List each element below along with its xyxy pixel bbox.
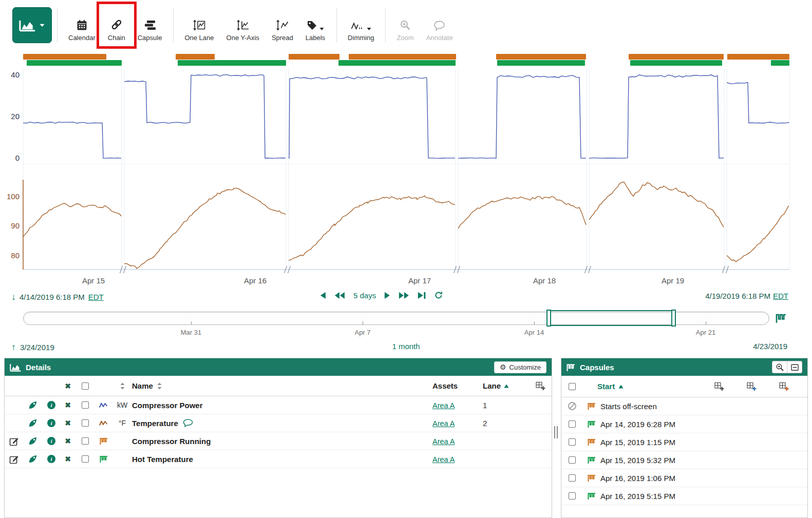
column-assets[interactable]: Assets: [432, 381, 475, 390]
display-range-start-timezone[interactable]: EDT: [88, 293, 104, 301]
capsule-row[interactable]: Apr 14, 2019 6:28 PM: [561, 415, 807, 433]
capsule-row[interactable]: Apr 15, 2019 1:15 PM: [561, 433, 807, 451]
capsule-checkbox[interactable]: [569, 420, 576, 428]
item-name[interactable]: Hot Temperature: [132, 455, 432, 464]
remove-icon[interactable]: ✖: [60, 401, 75, 409]
rewind-icon[interactable]: [334, 292, 345, 299]
capsule-row[interactable]: Apr 16, 2019 5:15 PM: [561, 487, 807, 505]
fast-forward-icon[interactable]: [399, 292, 409, 299]
capsules-title: Capsules: [580, 363, 614, 372]
asset-link[interactable]: Area A: [432, 455, 455, 464]
svg-text:20: 20: [11, 112, 20, 121]
toolbar-button-chain[interactable]: Chain: [102, 8, 131, 42]
toolbar-button-annotate[interactable]: Annotate: [420, 8, 459, 42]
toolbar-button-dimming[interactable]: Dimming: [342, 8, 380, 42]
details-row[interactable]: i✖Compressor RunningArea A: [5, 432, 552, 450]
toolbar-button-one-y-axis[interactable]: One Y-Axis: [220, 8, 266, 42]
capsule-checkbox[interactable]: [569, 492, 576, 500]
select-all-capsules-checkbox[interactable]: [569, 383, 576, 390]
toolbar-button-capsule[interactable]: Capsule: [131, 8, 168, 42]
signal-icon: [95, 401, 112, 409]
remove-all-icon[interactable]: ✖: [65, 382, 71, 390]
edit-icon[interactable]: [9, 454, 19, 464]
toolbar-button-calendar[interactable]: Calendar: [62, 8, 102, 42]
info-icon[interactable]: i: [43, 419, 60, 427]
toolbar-button-one-lane[interactable]: One Lane: [178, 8, 220, 42]
labels-icon: [307, 17, 324, 31]
details-row[interactable]: i✖°FTemperatureArea A2: [5, 414, 552, 432]
row-checkbox[interactable]: [82, 419, 89, 427]
selection-left-handle[interactable]: [546, 310, 551, 327]
capsule-checkbox[interactable]: [569, 474, 576, 482]
comment-icon[interactable]: [183, 419, 193, 427]
sort-icon[interactable]: [112, 382, 132, 390]
capsule-time-icon[interactable]: [776, 313, 786, 323]
asset-link[interactable]: Area A: [432, 401, 455, 410]
details-row[interactable]: i✖kWCompressor PowerArea A1: [5, 396, 552, 414]
remove-icon[interactable]: ✖: [60, 419, 75, 427]
column-name[interactable]: Name: [132, 381, 153, 390]
annotate-icon: [433, 17, 445, 31]
info-icon[interactable]: i: [43, 437, 60, 445]
add-column-icon[interactable]: [521, 381, 552, 391]
toolbar-button-spread[interactable]: Spread: [266, 8, 299, 42]
remove-icon[interactable]: ✖: [60, 455, 75, 463]
svg-text:Apr 16: Apr 16: [244, 276, 267, 285]
display-range-end-timezone[interactable]: EDT: [773, 292, 788, 300]
info-icon[interactable]: i: [43, 401, 60, 409]
investigate-rocket-icon[interactable]: [23, 418, 43, 428]
investigate-rocket-icon[interactable]: [23, 436, 43, 446]
row-checkbox[interactable]: [82, 437, 89, 445]
investigate-rocket-icon[interactable]: [23, 400, 43, 410]
asset-link[interactable]: Area A: [432, 419, 455, 428]
investigate-range-duration[interactable]: 1 month: [392, 342, 420, 351]
add-property-column-icon[interactable]: [779, 382, 789, 391]
capsules-zoom-button[interactable]: [772, 361, 787, 373]
column-lane[interactable]: Lane: [483, 381, 501, 390]
skip-to-end-icon[interactable]: [418, 292, 426, 299]
capsules-collapse-button[interactable]: [787, 361, 802, 373]
display-range-row: ↓ 4/14/2019 6:18 PM EDT 5 days 4/19/2019…: [0, 289, 812, 305]
panel-resize-handle[interactable]: [554, 426, 558, 438]
display-range-selection[interactable]: [549, 310, 674, 326]
forward-icon[interactable]: [384, 292, 390, 299]
area-chart-icon: [10, 363, 21, 372]
toolbar-button-labels[interactable]: Labels: [299, 8, 331, 42]
selection-right-handle[interactable]: [671, 310, 676, 327]
capsule-start: Apr 16, 2019 5:15 PM: [600, 492, 807, 501]
display-range-start[interactable]: 4/14/2019 6:18 PM: [20, 293, 85, 301]
investigate-range-track[interactable]: [23, 312, 769, 325]
remove-icon[interactable]: ✖: [60, 437, 75, 445]
display-range-duration[interactable]: 5 days: [353, 291, 376, 300]
item-name[interactable]: Compressor Power: [132, 401, 432, 410]
trend-chart[interactable]: 402001009080Apr 15Apr 16Apr 17Apr 18Apr …: [0, 51, 812, 289]
back-icon[interactable]: [320, 292, 326, 299]
toolbar-button-zoom[interactable]: Zoom: [390, 8, 420, 42]
item-name[interactable]: Compressor Running: [132, 437, 432, 446]
asset-link[interactable]: Area A: [432, 437, 455, 446]
capsule-row[interactable]: Starts off-screen: [561, 397, 807, 415]
details-row[interactable]: i✖Hot TemperatureArea A: [5, 450, 552, 468]
add-column-icon[interactable]: [714, 382, 724, 391]
svg-text:Apr 19: Apr 19: [662, 276, 684, 285]
toolbar-divider: [385, 8, 386, 43]
refresh-icon[interactable]: [434, 291, 443, 300]
column-start[interactable]: Start: [583, 382, 714, 391]
item-name[interactable]: Temperature: [132, 419, 432, 428]
capsule-checkbox[interactable]: [569, 438, 576, 446]
capsule-row[interactable]: Apr 16, 2019 1:06 PM: [561, 469, 807, 487]
add-stat-column-icon[interactable]: [747, 382, 757, 391]
row-checkbox[interactable]: [82, 401, 89, 409]
select-all-checkbox[interactable]: [82, 382, 89, 390]
capsule-checkbox[interactable]: [569, 456, 576, 464]
edit-icon[interactable]: [9, 436, 19, 446]
investigate-rocket-icon[interactable]: [23, 454, 43, 464]
blocked-icon: [568, 401, 577, 411]
display-pane-view-button[interactable]: [12, 7, 52, 43]
display-range-end[interactable]: 4/19/2019 6:18 PM: [705, 292, 770, 300]
customize-button[interactable]: ⚙ Customize: [494, 361, 546, 373]
row-checkbox[interactable]: [82, 455, 89, 463]
slider-tick: [706, 321, 706, 324]
info-icon[interactable]: i: [43, 455, 60, 463]
capsule-row[interactable]: Apr 15, 2019 5:32 PM: [561, 451, 807, 469]
